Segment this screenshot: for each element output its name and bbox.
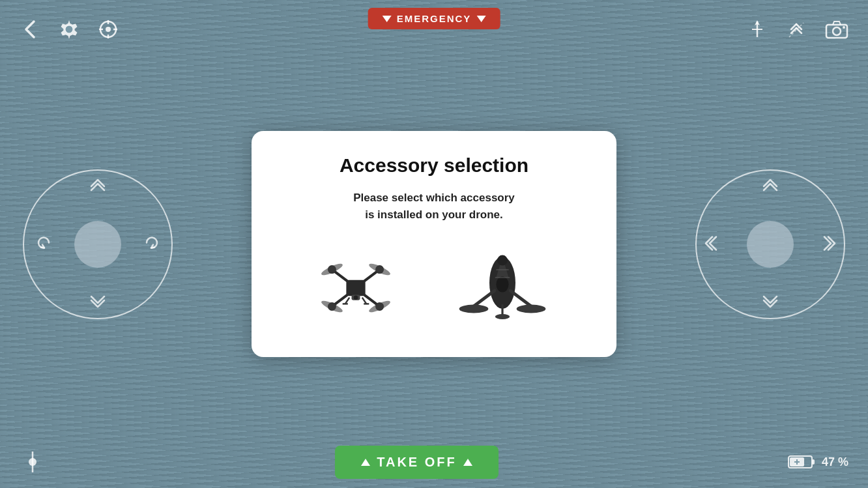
- svg-point-49: [495, 314, 510, 319]
- svg-point-41: [459, 305, 489, 313]
- svg-point-44: [496, 276, 508, 292]
- takeoff-triangle-right-icon: [463, 459, 472, 466]
- takeoff-label: TAKE OFF: [377, 455, 457, 470]
- battery-icon: [788, 453, 815, 470]
- battery-display: 47 %: [788, 453, 848, 470]
- drone-option-hydrofoil[interactable]: [444, 242, 561, 334]
- svg-point-42: [517, 305, 546, 313]
- quadcopter-icon: [313, 249, 398, 327]
- takeoff-triangle-left-icon: [361, 459, 370, 466]
- modal-title: Accessory selection: [340, 154, 528, 177]
- svg-line-34: [345, 298, 350, 304]
- altitude-slider-icon: [20, 450, 46, 474]
- hydrofoil-icon: [450, 249, 555, 327]
- battery-percent: 47 %: [822, 455, 848, 469]
- altitude-slider[interactable]: [20, 450, 46, 474]
- accessory-selection-modal: Accessory selection Please select which …: [252, 131, 616, 357]
- svg-line-35: [362, 298, 367, 304]
- modal-overlay: Accessory selection Please select which …: [0, 0, 868, 488]
- svg-point-45: [497, 255, 508, 266]
- bottom-bar: TAKE OFF 47 %: [0, 436, 868, 488]
- takeoff-button[interactable]: TAKE OFF: [335, 446, 499, 479]
- modal-subtitle: Please select which accessoryis installe…: [353, 190, 515, 223]
- svg-rect-53: [812, 459, 815, 465]
- svg-line-39: [474, 291, 495, 306]
- drone-option-quadcopter[interactable]: [307, 242, 405, 334]
- modal-options: [284, 242, 584, 334]
- svg-point-33: [354, 295, 358, 300]
- svg-line-40: [510, 291, 531, 306]
